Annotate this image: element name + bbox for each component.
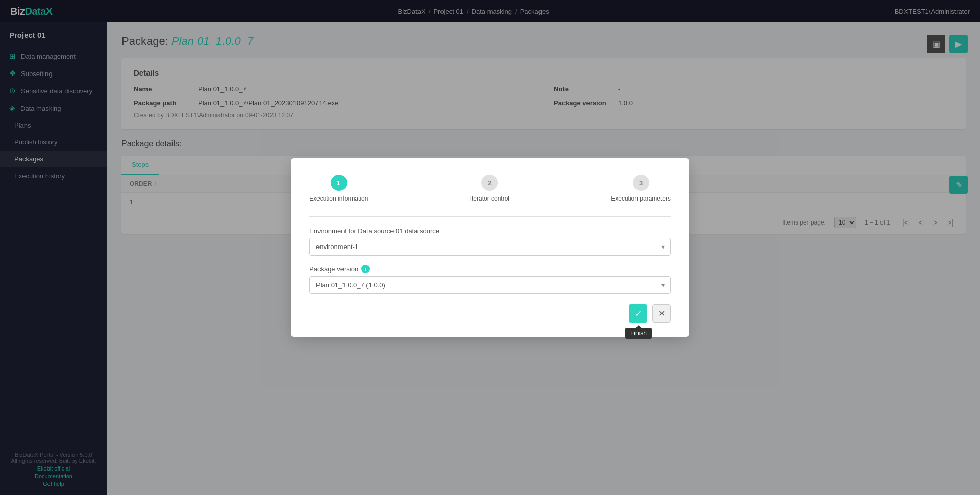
modal-overlay: 1 Execution information 2 Iterator contr… — [0, 0, 980, 495]
step-3-label: Execution parameters — [611, 195, 671, 202]
pkg-version-label: Package version i — [309, 265, 671, 273]
step-2-label: Iterator control — [470, 195, 509, 202]
pkg-version-select-wrapper: Plan 01_1.0.0_7 (1.0.0) ▾ — [309, 276, 671, 294]
step-2-circle: 2 — [481, 175, 498, 191]
stepper: 1 Execution information 2 Iterator contr… — [309, 175, 671, 202]
modal-divider — [309, 216, 671, 217]
execution-modal: 1 Execution information 2 Iterator contr… — [291, 158, 689, 337]
step-1-circle: 1 — [331, 175, 347, 191]
cancel-button[interactable]: ✕ — [652, 304, 671, 323]
step-3: 3 Execution parameters — [611, 175, 671, 202]
env-form-group: Environment for Data source 01 data sour… — [309, 227, 671, 256]
step-2: 2 Iterator control — [470, 175, 509, 202]
confirm-button[interactable]: ✓ — [629, 304, 647, 323]
info-icon: i — [361, 265, 370, 273]
close-icon: ✕ — [658, 309, 665, 318]
env-label: Environment for Data source 01 data sour… — [309, 227, 671, 235]
check-icon: ✓ — [635, 309, 642, 318]
modal-footer: ✓ ✕ Finish — [309, 304, 671, 323]
step-3-circle: 3 — [633, 175, 649, 191]
finish-tooltip: Finish — [625, 328, 652, 339]
pkg-version-select[interactable]: Plan 01_1.0.0_7 (1.0.0) — [309, 276, 671, 294]
step-1-label: Execution information — [309, 195, 368, 202]
pkg-version-form-group: Package version i Plan 01_1.0.0_7 (1.0.0… — [309, 265, 671, 294]
env-select-wrapper: environment-1 ▾ — [309, 238, 671, 256]
step-1: 1 Execution information — [309, 175, 368, 202]
env-select[interactable]: environment-1 — [309, 238, 671, 256]
